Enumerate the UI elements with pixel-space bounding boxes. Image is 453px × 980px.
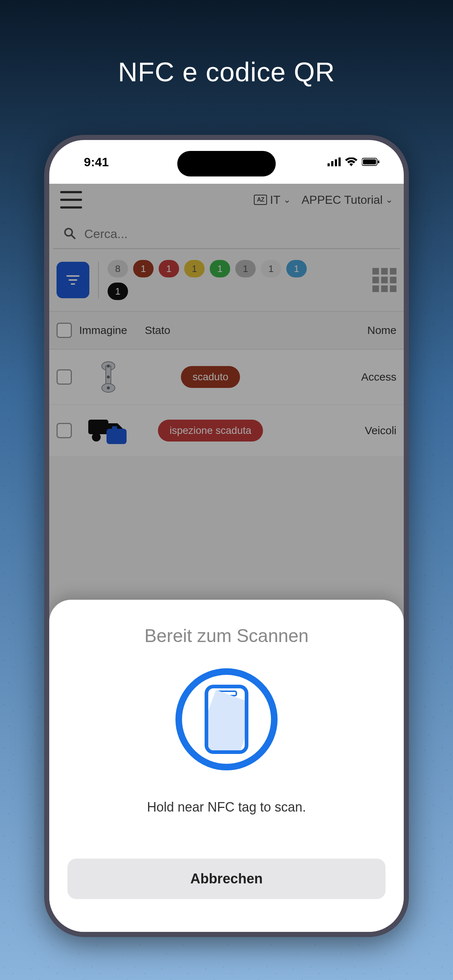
- dynamic-island: [177, 151, 276, 177]
- nfc-sheet-message: Hold near NFC tag to scan.: [67, 800, 386, 815]
- phone-screen: 9:41 AZ: [49, 140, 404, 932]
- svg-rect-0: [327, 163, 330, 166]
- cellular-icon: [327, 155, 341, 169]
- svg-rect-2: [335, 159, 337, 166]
- marketing-title: NFC e codice QR: [0, 57, 453, 88]
- battery-icon: [362, 155, 380, 169]
- status-time: 9:41: [73, 155, 109, 169]
- nfc-scan-sheet: Bereit zum Scannen Hold near NFC tag to …: [49, 600, 404, 932]
- nfc-phone-icon: [175, 668, 278, 770]
- nfc-sheet-title: Bereit zum Scannen: [67, 625, 386, 646]
- svg-rect-5: [363, 159, 376, 164]
- svg-rect-3: [338, 158, 341, 166]
- wifi-icon: [345, 155, 357, 169]
- app-body: AZ IT ⌄ APPEC Tutorial ⌄: [49, 184, 404, 932]
- phone-frame: 9:41 AZ: [44, 135, 409, 937]
- svg-rect-6: [378, 161, 379, 163]
- svg-rect-1: [331, 161, 333, 166]
- nfc-cancel-button[interactable]: Abbrechen: [67, 859, 386, 899]
